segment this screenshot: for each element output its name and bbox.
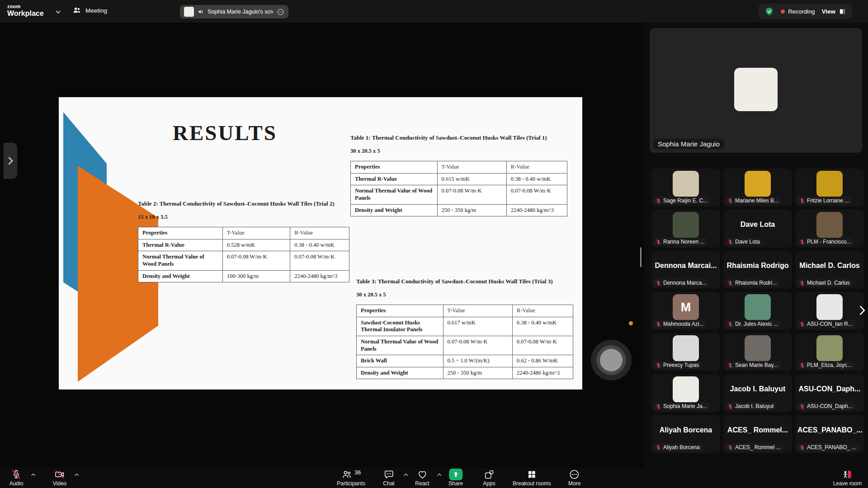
participant-name: Rhaismia Rodri... <box>735 280 777 286</box>
active-speaker-tile[interactable]: Sophia Marie Jaguio <box>650 28 862 153</box>
participant-name-pill: Sean Marie Bay... <box>725 361 781 369</box>
participant-avatar <box>673 335 699 361</box>
chat-options-chevron[interactable] <box>403 472 408 477</box>
participant-name-pill: Dennona Marca... <box>653 279 709 287</box>
presentation-slide: RESULTS Table 1: Thermal Conductivity of… <box>59 97 582 389</box>
participant-tile[interactable]: ASU-CON_Ian R... <box>795 292 864 330</box>
slide-title: RESULTS <box>173 121 277 145</box>
video-options-chevron[interactable] <box>74 472 79 477</box>
participants-sidebar: Sophia Marie Jaguio Sage Raijin E. C... … <box>644 23 868 468</box>
audio-label: Audio <box>9 480 24 487</box>
participant-tile[interactable]: Jacob I. Baluyut Jacob I. Baluyut <box>723 374 792 412</box>
participant-tile[interactable]: PLM_Eliza, Joyc... <box>795 333 864 371</box>
mic-muted-icon <box>727 280 733 286</box>
table-cell: 100-300 kg/m <box>222 270 290 282</box>
participant-display-name: Aliyah Borcena <box>651 426 720 434</box>
participant-name: ACES_ Rommel ... <box>735 444 781 450</box>
participant-tile[interactable]: Dr. Jules Alexis ... <box>723 292 792 330</box>
participant-tile[interactable]: ACES_PANABO_... ACES_PANABO_ ... <box>795 415 864 453</box>
recording-indicator[interactable]: Recording <box>781 8 815 15</box>
left-panel-toggle[interactable] <box>4 143 17 179</box>
participant-tile[interactable]: ACES_ Rommel... ACES_ Rommel ... <box>723 415 792 453</box>
apps-button[interactable]: Apps <box>479 469 499 487</box>
participant-name-pill: Ranna Noreen ... <box>653 238 708 246</box>
table-dimensions: 30 x 20.5 x 5 <box>356 291 573 298</box>
mic-muted-icon <box>656 280 661 286</box>
participant-tile[interactable]: Sean Marie Bay... <box>723 333 792 371</box>
participant-tile[interactable]: PLM - Francisco... <box>795 210 864 248</box>
participant-tile[interactable]: Michael D. Carlos Michael D. Carlos <box>795 251 864 289</box>
table-header-cell: R-Value <box>512 305 573 317</box>
participant-name-pill: Sophia Marie Ja... <box>653 402 710 410</box>
pill-more-options-icon[interactable] <box>277 8 284 16</box>
participant-display-name: Rhaismia Rodrigo <box>723 262 792 270</box>
audio-options-chevron[interactable] <box>31 472 36 477</box>
table-cell: 2240-2480 kg/m^3 <box>506 204 567 216</box>
participant-avatar <box>673 376 699 403</box>
participant-name: Michael D. Carlos <box>807 280 850 286</box>
react-options-chevron[interactable] <box>437 472 442 477</box>
table-cell: 0.528 w/mK <box>222 239 290 251</box>
participant-tile[interactable]: Fritzie Lorraine ... <box>795 169 864 206</box>
participant-name: ASU-CON_Daph... <box>807 403 853 409</box>
table-cell: 0.617 w/mK <box>443 317 512 336</box>
participant-display-name: ASU-CON_Daph... <box>795 385 864 393</box>
participant-name: Preexcy Tupas <box>663 362 699 368</box>
next-participants-page-button[interactable] <box>858 304 867 317</box>
mic-muted-icon <box>799 404 805 409</box>
table-cell: 0.07-0.08 W/m·K <box>443 336 512 355</box>
resize-handle[interactable] <box>640 247 642 267</box>
shared-screen-pill[interactable]: Sophia Marie Jaguio's screen <box>180 5 288 19</box>
security-shield-icon[interactable] <box>764 7 774 16</box>
participant-tile[interactable]: Sage Raijin E. C... <box>651 169 720 206</box>
mic-muted-icon <box>727 198 733 204</box>
chat-button[interactable]: Chat <box>379 469 399 487</box>
participant-name: Jacob I. Baluyut <box>735 403 774 409</box>
participant-tile[interactable]: Ranna Noreen ... <box>651 210 720 248</box>
recording-label: Recording <box>788 8 815 15</box>
participant-name-pill: PLM - Francisco... <box>797 238 854 246</box>
view-button[interactable]: View <box>821 8 846 15</box>
participant-tile[interactable]: M Mahmooda Azi... <box>651 292 720 330</box>
video-button[interactable]: Video <box>50 469 70 487</box>
participant-name-pill: ASU-CON_Ian R... <box>797 320 856 328</box>
table-cell: Normal Thermal Value of Wood Panels <box>138 251 223 270</box>
view-layout-icon <box>839 8 846 15</box>
more-ellipsis-icon <box>569 469 580 480</box>
participant-avatar <box>745 171 771 197</box>
participant-name: Mariane Miles B... <box>735 197 778 204</box>
participant-tile[interactable]: Dave Lota Dave Lota <box>723 210 792 248</box>
table-caption: Table 2: Thermal Conductivity of Sawdust… <box>138 200 349 207</box>
participant-tile[interactable]: ASU-CON_Daph... ASU-CON_Daph... <box>795 374 864 412</box>
participant-tile[interactable]: Sophia Marie Ja... <box>651 374 720 412</box>
participant-tile[interactable]: Rhaismia Rodrigo Rhaismia Rodri... <box>723 251 792 289</box>
mic-muted-icon <box>656 404 661 409</box>
share-button[interactable]: Share <box>446 469 466 487</box>
participant-tile[interactable]: Mariane Miles B... <box>723 169 792 206</box>
workspace-chevron-down-icon[interactable] <box>55 9 61 15</box>
participant-tile[interactable]: Dennona Marcai... Dennona Marca... <box>651 251 720 289</box>
tab-meeting[interactable]: Meeting <box>72 6 107 15</box>
participant-name: PLM - Francisco... <box>807 239 851 245</box>
participant-name: Dr. Jules Alexis ... <box>735 321 778 327</box>
table-2: Properties T-Value R-Value Thermal R-Val… <box>138 227 349 282</box>
leave-door-icon <box>842 469 853 480</box>
participant-tile[interactable]: Preexcy Tupas <box>651 333 720 371</box>
participants-button[interactable]: 36 Participants <box>337 469 365 487</box>
meeting-tab-label: Meeting <box>85 7 107 14</box>
audio-button[interactable]: Audio <box>6 469 26 487</box>
recording-dot-icon <box>781 9 785 14</box>
mic-muted-icon <box>799 198 805 204</box>
mic-muted-icon <box>799 445 805 450</box>
react-button[interactable]: React <box>412 469 432 487</box>
mic-muted-icon <box>656 362 661 368</box>
chevron-right-icon <box>859 305 865 315</box>
participant-tile[interactable]: Aliyah Borcena Aliyah Borcena <box>651 415 720 453</box>
breakout-rooms-button[interactable]: Breakout rooms <box>513 469 551 487</box>
leave-room-label: Leave room <box>833 480 862 487</box>
table-header-cell: Properties <box>351 161 438 174</box>
leave-room-button[interactable]: Leave room <box>833 469 862 487</box>
more-button[interactable]: More <box>565 469 585 487</box>
table-cell: Density and Weight <box>357 367 443 379</box>
mic-off-icon <box>11 469 22 480</box>
